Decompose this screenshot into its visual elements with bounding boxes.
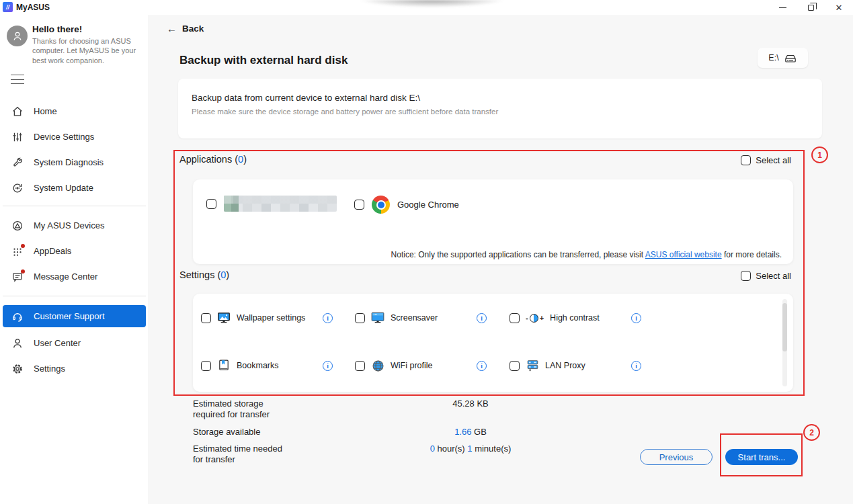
setting-checkbox[interactable] (201, 313, 211, 323)
setting-checkbox[interactable] (201, 361, 211, 371)
sidebar-item-label: Message Center (34, 271, 97, 282)
applications-select-all[interactable]: Select all (741, 155, 791, 165)
asus-website-link[interactable]: ASUS official website (645, 250, 722, 259)
divider (3, 296, 146, 296)
app-label: Google Chrome (397, 200, 459, 210)
settings-select-all[interactable]: Select all (741, 271, 791, 281)
settings-scrollbar[interactable] (782, 299, 787, 386)
sidebar-item-system-update[interactable]: System Update (3, 177, 146, 199)
update-icon (11, 182, 24, 194)
setting-label: Screensaver (391, 313, 438, 323)
backup-info-subtitle: Please make sure the device storage and … (192, 108, 809, 116)
app-item-redacted[interactable] (206, 196, 337, 212)
applications-count: 0 (238, 154, 243, 165)
setting-checkbox[interactable] (510, 361, 520, 371)
message-icon (11, 271, 24, 283)
restore-button[interactable] (797, 0, 825, 15)
setting-checkbox[interactable] (355, 361, 365, 371)
greeting-title: Hello there! (32, 24, 143, 34)
scrollbar-thumb[interactable] (782, 303, 787, 351)
avatar[interactable] (7, 26, 28, 46)
high-contrast-icon: -+ (526, 314, 544, 323)
sidebar-item-my-asus-devices[interactable]: My ASUS Devices (3, 214, 146, 237)
person-icon (11, 337, 24, 349)
drive-letter: E:\ (768, 53, 778, 62)
start-transfer-button[interactable]: Start trans... (725, 449, 798, 465)
setting-item-screensaver[interactable]: Screensaver i (355, 309, 487, 327)
greeting-line: computer. Let MyASUS be your (32, 46, 143, 55)
chrome-icon (372, 196, 390, 214)
lan-proxy-icon (526, 360, 539, 372)
gear-icon (11, 363, 24, 375)
sidebar: Hello there! Thanks for choosing an ASUS… (0, 15, 148, 504)
minimize-button[interactable] (768, 0, 797, 15)
wrench-icon (11, 157, 24, 169)
select-all-checkbox[interactable] (741, 271, 751, 281)
close-icon: ✕ (836, 3, 843, 12)
setting-item-bookmarks[interactable]: Bookmarks i (201, 357, 333, 374)
setting-item-wallpaper[interactable]: Wallpaper settings i (201, 309, 333, 327)
notification-badge (21, 244, 25, 248)
info-icon[interactable]: i (477, 313, 487, 323)
sidebar-item-user-center[interactable]: User Center (3, 332, 146, 354)
sidebar-item-settings[interactable]: Settings (3, 358, 146, 380)
app-checkbox[interactable] (206, 199, 216, 209)
asus-device-icon (11, 220, 24, 232)
sidebar-item-appdeals[interactable]: AppDeals (3, 240, 146, 262)
info-icon[interactable]: i (631, 361, 641, 371)
close-button[interactable]: ✕ (825, 0, 853, 15)
storage-available-value: 1.66 GB (403, 427, 538, 437)
settings-panel: Wallpaper settings i Screensaver i -+ Hi… (193, 294, 793, 392)
setting-item-wifi-profile[interactable]: WiFi profile i (355, 357, 487, 374)
setting-label: WiFi profile (391, 361, 433, 370)
main-content: ← Back Backup with external hard disk E:… (148, 15, 853, 504)
page-title: Backup with external hard disk (179, 54, 348, 67)
sidebar-item-label: AppDeals (34, 246, 71, 256)
back-label: Back (182, 24, 204, 34)
sidebar-item-label: Customer Support (34, 311, 105, 321)
applications-notice: Notice: Only the supported applications … (391, 250, 782, 259)
divider (3, 206, 146, 206)
sidebar-item-label: Device Settings (34, 132, 94, 142)
select-all-checkbox[interactable] (741, 155, 751, 165)
sidebar-item-label: Home (34, 106, 57, 116)
previous-button[interactable]: Previous (640, 449, 713, 465)
info-icon[interactable]: i (477, 361, 487, 371)
sidebar-item-customer-support[interactable]: Customer Support (3, 305, 146, 327)
overlay-shadow (360, 0, 504, 7)
sidebar-item-device-settings[interactable]: Device Settings (3, 126, 146, 148)
info-icon[interactable]: i (323, 313, 333, 323)
sidebar-item-message-center[interactable]: Message Center (3, 265, 146, 288)
select-all-label: Select all (756, 271, 791, 281)
target-drive-indicator[interactable]: E:\ (758, 48, 808, 68)
setting-item-high-contrast[interactable]: -+ High contrast i (510, 309, 641, 327)
setting-item-lan-proxy[interactable]: LAN Proxy i (510, 357, 641, 374)
user-icon (11, 30, 24, 42)
appdeals-icon (11, 245, 24, 257)
stat-row-time-needed: Estimated time neededfor transfer 0 hour… (193, 444, 663, 466)
myasus-logo-icon: // (3, 2, 13, 12)
app-item-google-chrome[interactable]: Google Chrome (354, 196, 459, 214)
applications-panel: Google Chrome Notice: Only the supported… (193, 179, 793, 264)
sidebar-item-system-diagnosis[interactable]: System Diagnosis (3, 151, 146, 173)
home-icon (11, 106, 24, 118)
setting-checkbox[interactable] (355, 313, 365, 323)
transfer-stats: Estimated storagerequired for transfer 4… (193, 398, 663, 471)
menu-toggle-button[interactable] (11, 75, 24, 84)
sidebar-item-label: System Update (34, 183, 93, 193)
applications-heading: Applications (0) (179, 154, 247, 165)
greeting: Hello there! Thanks for choosing an ASUS… (32, 24, 143, 65)
globe-icon (371, 360, 384, 372)
sidebar-item-home[interactable]: Home (3, 100, 146, 122)
info-icon[interactable]: i (323, 361, 333, 371)
back-button[interactable]: ← Back (167, 23, 204, 34)
restore-icon (808, 5, 814, 11)
sidebar-item-label: My ASUS Devices (34, 220, 104, 230)
app-checkbox[interactable] (354, 200, 364, 210)
stat-row-storage-required: Estimated storagerequired for transfer 4… (193, 398, 663, 421)
greeting-line: best work companion. (32, 56, 143, 65)
setting-label: Wallpaper settings (237, 313, 305, 323)
info-icon[interactable]: i (631, 313, 641, 323)
backup-info-card: Backup data from current device to exter… (178, 79, 822, 138)
setting-checkbox[interactable] (510, 313, 520, 323)
